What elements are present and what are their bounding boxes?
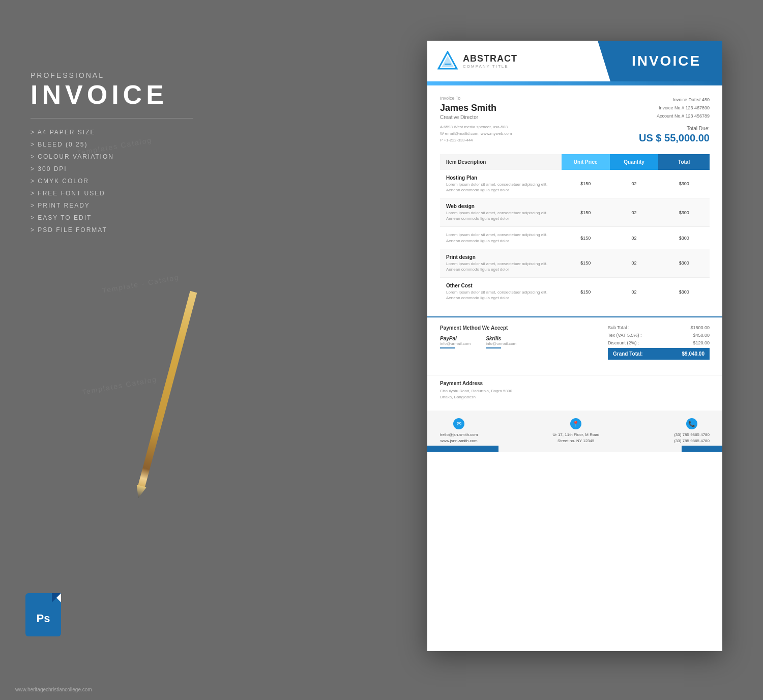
paypal-line xyxy=(440,347,455,348)
item-desc: Lorem ipsum dolor sit amet, consectetuer… xyxy=(446,210,555,221)
tax-row: Tex (VAT 5.5%) : $450.00 xyxy=(608,333,710,338)
invoice-to-label: Invoice To xyxy=(440,96,608,101)
invoice-header: ABSTRACT COMPANY TITLE INVOICE xyxy=(427,41,722,81)
invoice-table: Item Description Unit Price Quantity Tot… xyxy=(440,154,710,307)
discount-value: $120.00 xyxy=(693,340,710,345)
item-name: Hosting Plan xyxy=(446,175,555,181)
bottom-footer: ✉ hello@jsn-smith.comwww.jsnn-smith.com … xyxy=(427,411,722,452)
grand-total-row: Grand Total: $9,040.00 xyxy=(608,348,710,360)
header-description: Item Description xyxy=(440,154,562,170)
psd-file-corner xyxy=(52,593,61,602)
payment-address-text: Choulyatu Road, Badurtola, Bogra 5800Dha… xyxy=(440,388,710,400)
invoice-meta-text: Invoice Date# 450 Invoice No.# 123 46789… xyxy=(608,96,710,121)
address-line3: P +1-222-333-444 xyxy=(440,137,608,144)
psd-icon: Ps xyxy=(25,593,66,639)
client-address: A 6598 West media spencer, usa-588 W ema… xyxy=(440,124,608,143)
invoice-footer: Payment Method We Accept PayPal info@urm… xyxy=(427,316,722,375)
table-row: Other CostLorem ipsum dolor sit amet, co… xyxy=(440,278,710,306)
invoice-big-title: INVOICE xyxy=(31,81,193,108)
skrills-line xyxy=(486,347,501,348)
total-due-amount: US $ 55,000.00 xyxy=(608,132,710,144)
subtotal-label: Sub Total : xyxy=(608,325,629,330)
footer-phone-contact: 📞 (33) 785 9865 4780(33) 785 9865 4780 xyxy=(674,418,710,444)
client-info: Invoice To James Smith Creative Director… xyxy=(440,96,608,144)
phone-icon: 📞 xyxy=(686,418,697,429)
address-line1: A 6598 West media spencer, usa-588 xyxy=(440,124,608,131)
payment-methods-grid: PayPal info@urmail.com Skrills info@urma… xyxy=(440,336,608,353)
professional-label: PROFESSIONAL xyxy=(31,71,193,79)
item-name: Other Cost xyxy=(446,283,555,288)
logo-section: ABSTRACT COMPANY TITLE xyxy=(427,41,610,81)
item-desc: Lorem ipsum dolor sit amet, consectetuer… xyxy=(446,182,555,193)
footer-address-contact: 📍 Ur 17, 11th Floor, M RoadStreet no. NY… xyxy=(552,418,599,444)
subtotal-row: Sub Total : $1500.00 xyxy=(608,325,710,330)
psd-label: Ps xyxy=(37,612,50,625)
client-name: James Smith xyxy=(440,103,608,113)
feature-item: PRINT READY xyxy=(31,202,193,209)
payment-address-section: Payment Address Choulyatu Road, Badurtol… xyxy=(427,375,722,405)
table-row: Lorem ipsum dolor sit amet, consectetuer… xyxy=(440,227,710,249)
svg-marker-1 xyxy=(442,56,454,67)
item-desc: Lorem ipsum dolor sit amet, consectetuer… xyxy=(446,289,555,301)
item-quantity: 02 xyxy=(610,170,658,198)
item-description-cell: Lorem ipsum dolor sit amet, consectetuer… xyxy=(440,227,562,249)
pencil-decoration xyxy=(122,275,163,509)
item-total: $300 xyxy=(658,198,710,226)
skrills-email: info@urmail.com xyxy=(486,341,516,346)
item-desc: Lorem ipsum dolor sit amet, consectetuer… xyxy=(446,261,555,272)
header-quantity: Quantity xyxy=(610,154,658,170)
totals-section: Sub Total : $1500.00 Tex (VAT 5.5%) : $4… xyxy=(608,325,710,360)
account-number: Account No.# 123 456789 xyxy=(608,112,710,120)
client-title: Creative Director xyxy=(440,114,608,120)
payment-address-title: Payment Address xyxy=(440,381,710,386)
table-row: Print designLorem ipsum dolor sit amet, … xyxy=(440,249,710,277)
invoice-date: Invoice Date# 450 xyxy=(608,96,710,104)
item-description-cell: Print designLorem ipsum dolor sit amet, … xyxy=(440,249,562,277)
subtotal-value: $1500.00 xyxy=(690,325,710,330)
divider xyxy=(31,118,193,119)
website-url: www.heritagechristiancollege.com xyxy=(15,687,92,692)
item-total: $300 xyxy=(658,227,710,249)
logo-text: ABSTRACT COMPANY TITLE xyxy=(463,53,517,69)
item-description-cell: Hosting PlanLorem ipsum dolor sit amet, … xyxy=(440,170,562,198)
discount-row: Discount (2%) : $120.00 xyxy=(608,340,710,345)
feature-item: CMYK COLOR xyxy=(31,178,193,185)
item-description-cell: Other CostLorem ipsum dolor sit amet, co… xyxy=(440,278,562,306)
tax-value: $450.00 xyxy=(693,333,710,338)
logo-icon xyxy=(437,51,458,71)
item-quantity: 02 xyxy=(610,198,658,226)
company-name: ABSTRACT xyxy=(463,53,517,64)
table-header: Item Description Unit Price Quantity Tot… xyxy=(440,154,710,170)
invoice-number: Invoice No.# 123 467890 xyxy=(608,104,710,112)
item-total: $300 xyxy=(658,249,710,277)
invoice-body: Invoice To James Smith Creative Director… xyxy=(427,85,722,316)
discount-label: Discount (2%) : xyxy=(608,340,639,345)
website-footer: www.heritagechristiancollege.com xyxy=(15,687,92,692)
tax-label: Tex (VAT 5.5%) : xyxy=(608,333,642,338)
paypal-method: PayPal info@urmail.com xyxy=(440,336,471,348)
footer-address-text: Ur 17, 11th Floor, M RoadStreet no. NY 1… xyxy=(552,432,599,444)
paypal-email: info@urmail.com xyxy=(440,341,471,346)
feature-item: 300 DPI xyxy=(31,165,193,172)
skrills-method: Skrills info@urmail.com xyxy=(486,336,516,348)
left-panel: PROFESSIONAL INVOICE A4 PAPER SIZEBLEED … xyxy=(31,71,193,249)
company-subtitle: COMPANY TITLE xyxy=(463,64,517,69)
table-body: Hosting PlanLorem ipsum dolor sit amet, … xyxy=(440,170,710,306)
email-icon: ✉ xyxy=(453,418,464,429)
payment-methods-title: Payment Method We Accept xyxy=(440,325,608,331)
table-row: Hosting PlanLorem ipsum dolor sit amet, … xyxy=(440,170,710,198)
invoice-header-right: INVOICE xyxy=(610,41,722,81)
feature-item: FREE FONT USED xyxy=(31,190,193,197)
invoice-header-title: INVOICE xyxy=(632,53,701,69)
address-line2: W email@mailid.com, www.myweb.com xyxy=(440,131,608,137)
location-icon: 📍 xyxy=(570,418,581,429)
payment-methods: Payment Method We Accept PayPal info@urm… xyxy=(440,325,608,360)
grand-total-label: Grand Total: xyxy=(613,351,643,357)
feature-item: COLOUR VARIATION xyxy=(31,153,193,160)
feature-item: BLEED (0.25) xyxy=(31,141,193,148)
item-desc: Lorem ipsum dolor sit amet, consectetuer… xyxy=(446,232,555,243)
item-name: Print design xyxy=(446,254,555,260)
item-unit-price: $150 xyxy=(562,227,610,249)
table-row: Web designLorem ipsum dolor sit amet, co… xyxy=(440,198,710,226)
header-unit-price: Unit Price xyxy=(562,154,610,170)
